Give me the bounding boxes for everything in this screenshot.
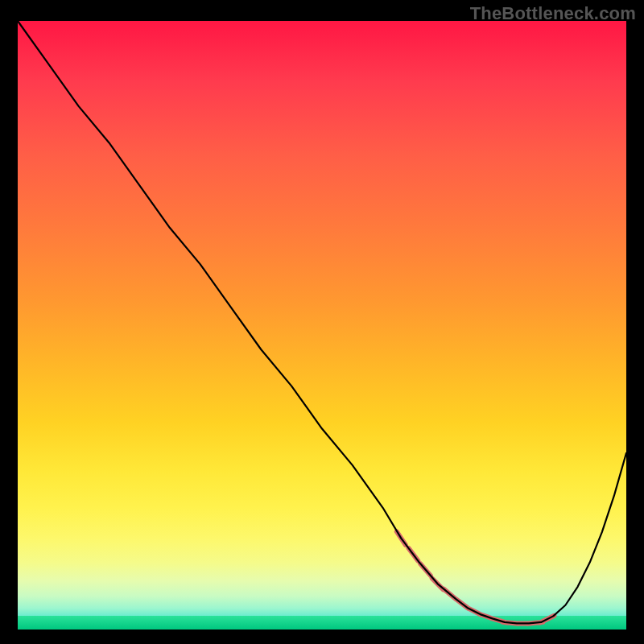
- optimal-tick-group: [397, 531, 555, 623]
- plot-area: [18, 21, 626, 630]
- bottleneck-line: [18, 21, 626, 623]
- optimal-ticks: [397, 531, 555, 623]
- chart-frame: TheBottleneck.com: [0, 0, 644, 644]
- curve-svg: [18, 21, 626, 630]
